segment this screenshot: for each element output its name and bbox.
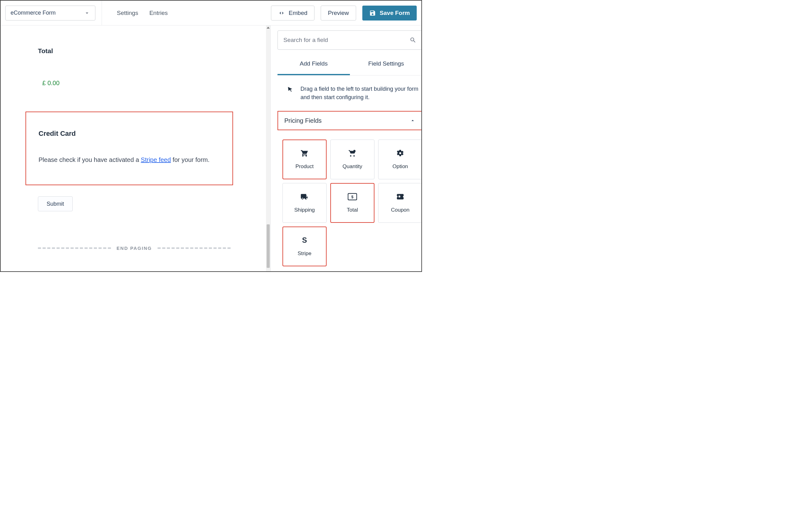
field-option-label: Option	[392, 164, 408, 170]
embed-button[interactable]: Embed	[271, 5, 314, 20]
field-product[interactable]: Product	[283, 139, 327, 179]
field-shipping[interactable]: Shipping	[283, 183, 327, 223]
field-search[interactable]	[277, 31, 422, 50]
field-quantity-label: Quantity	[342, 164, 362, 170]
helper-text: Drag a field to the left to start buildi…	[277, 76, 422, 111]
field-option[interactable]: Option	[378, 139, 422, 179]
field-stripe-label: Stripe	[298, 250, 311, 257]
total-label: Total	[38, 47, 233, 55]
money-icon: $	[348, 193, 357, 201]
field-quantity[interactable]: Quantity	[330, 139, 374, 179]
nav-entries[interactable]: Entries	[144, 10, 173, 17]
nav-settings[interactable]: Settings	[111, 10, 144, 17]
stripe-icon: S	[300, 236, 309, 244]
canvas-inner: Total £ 0.00 Credit Card Please check if…	[1, 47, 270, 251]
credit-card-field[interactable]: Credit Card Please check if you have act…	[25, 112, 233, 185]
stripe-feed-link[interactable]: Stripe feed	[141, 156, 171, 163]
total-value: £ 0.00	[42, 79, 233, 87]
save-button[interactable]: Save Form	[362, 5, 417, 20]
sidebar: Add Fields Field Settings Drag a field t…	[270, 25, 422, 271]
sidebar-tabs: Add Fields Field Settings	[277, 60, 422, 76]
cursor-icon	[287, 86, 294, 93]
field-total[interactable]: $ Total	[330, 183, 374, 223]
preview-button[interactable]: Preview	[321, 5, 356, 20]
submit-button[interactable]: Submit	[38, 196, 73, 211]
end-paging: END PAGING	[38, 246, 231, 251]
form-selector[interactable]: eCommerce Form	[5, 5, 95, 20]
end-paging-label: END PAGING	[117, 246, 152, 251]
save-icon	[369, 10, 376, 17]
canvas-scrollbar[interactable]	[266, 25, 270, 271]
field-product-label: Product	[295, 164, 314, 170]
field-shipping-label: Shipping	[294, 207, 315, 213]
truck-icon	[300, 193, 309, 201]
embed-label: Embed	[289, 10, 307, 17]
scroll-thumb[interactable]	[267, 224, 270, 268]
field-stripe[interactable]: S Stripe	[283, 227, 327, 266]
save-label: Save Form	[380, 10, 410, 17]
search-icon	[409, 37, 417, 43]
form-canvas: Total £ 0.00 Credit Card Please check if…	[1, 25, 270, 271]
chevron-up-icon	[410, 118, 416, 124]
ticket-icon	[396, 193, 405, 201]
scroll-up-icon	[267, 27, 270, 28]
quantity-icon	[348, 149, 357, 157]
helper-message: Drag a field to the left to start buildi…	[301, 85, 420, 101]
svg-text:S: S	[302, 236, 307, 244]
chevron-down-icon	[84, 10, 90, 16]
topbar-right: Embed Preview Save Form	[271, 5, 417, 20]
form-name: eCommerce Form	[11, 10, 56, 16]
cart-icon	[300, 149, 309, 157]
field-total-label: Total	[347, 207, 358, 213]
field-coupon[interactable]: Coupon	[378, 183, 422, 223]
credit-card-title: Credit Card	[39, 130, 220, 138]
section-label: Pricing Fields	[284, 117, 322, 124]
top-bar: eCommerce Form Settings Entries Embed Pr…	[1, 1, 421, 25]
main-area: Total £ 0.00 Credit Card Please check if…	[1, 25, 421, 271]
pricing-fields-section[interactable]: Pricing Fields	[277, 111, 422, 130]
search-input[interactable]	[283, 37, 409, 43]
dashed-right	[157, 247, 231, 249]
dashed-left	[38, 247, 111, 249]
field-coupon-label: Coupon	[391, 207, 409, 213]
svg-text:$: $	[351, 195, 353, 199]
credit-card-message: Please check if you have activated a Str…	[39, 155, 220, 165]
preview-label: Preview	[328, 10, 349, 17]
code-icon	[278, 10, 285, 17]
gear-icon	[396, 149, 405, 157]
tab-add-fields[interactable]: Add Fields	[277, 60, 350, 75]
cc-msg-post: for your form.	[171, 156, 209, 163]
sidebar-inner: Add Fields Field Settings Drag a field t…	[271, 25, 422, 271]
tab-field-settings[interactable]: Field Settings	[350, 60, 422, 75]
field-grid: Product Quantity Option Shipping $ Total	[277, 139, 422, 266]
cc-msg-pre: Please check if you have activated a	[39, 156, 141, 163]
